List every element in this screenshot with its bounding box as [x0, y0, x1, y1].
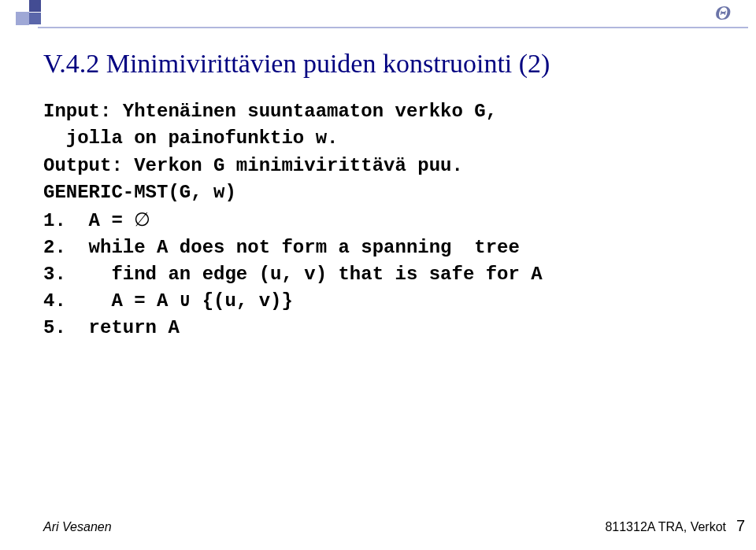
- slide-content: V.4.2 Minimivirittävien puiden konstruoi…: [43, 49, 721, 341]
- footer-page-number: 7: [736, 517, 745, 535]
- code-line: 4. A = A ∪ {(u, v)}: [43, 290, 293, 312]
- code-line: 1. A = ∅: [43, 210, 150, 231]
- deco-square: [29, 0, 41, 12]
- footer: Ari Vesanen 811312A TRA, Verkot 7: [0, 511, 756, 534]
- theta-symbol: Θ: [715, 2, 731, 25]
- slide-title: V.4.2 Minimivirittävien puiden konstruoi…: [43, 49, 721, 78]
- code-line: Input: Yhtenäinen suuntaamaton verkko G,: [43, 101, 497, 122]
- footer-author: Ari Vesanen: [43, 520, 112, 534]
- deco-square: [29, 13, 41, 24]
- emptyset-symbol: ∅: [134, 209, 150, 230]
- code-line: GENERIC-MST(G, w): [43, 182, 236, 203]
- code-line: 2. while A does not form a spanning tree: [43, 237, 520, 258]
- code-text: 1. A =: [43, 210, 134, 231]
- code-block: Input: Yhtenäinen suuntaamaton verkko G,…: [43, 98, 721, 341]
- header-rule: [38, 27, 748, 28]
- code-line: 5. return A: [43, 317, 180, 338]
- code-line: 3. find an edge (u, v) that is safe for …: [43, 264, 543, 285]
- code-line: Output: Verkon G minimivirittävä puu.: [43, 155, 463, 176]
- deco-square: [16, 12, 29, 25]
- code-line: jolla on painofunktio w.: [43, 127, 338, 149]
- footer-course: 811312A TRA, Verkot: [605, 520, 726, 534]
